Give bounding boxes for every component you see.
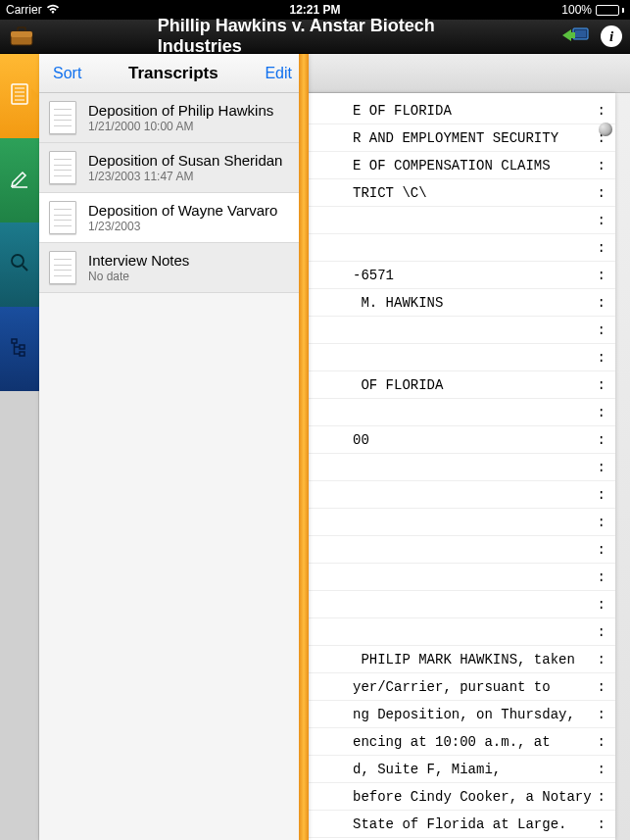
list-item-title: Deposition of Philip Hawkins (88, 102, 273, 119)
svg-rect-15 (20, 352, 24, 356)
search-icon (10, 253, 29, 276)
list-item[interactable]: Deposition of Wayne Varvaro1/23/2003 (39, 193, 306, 243)
wifi-icon (46, 3, 60, 17)
status-time: 12:21 PM (289, 3, 340, 17)
case-title: Phillip Hawkins v. Anstar Biotech Indust… (158, 16, 473, 57)
list-item-subtitle: 1/21/2000 10:00 AM (88, 120, 273, 133)
svg-rect-13 (12, 339, 17, 343)
rail-search[interactable] (0, 222, 39, 307)
svg-rect-14 (20, 345, 24, 349)
list-item[interactable]: Deposition of Susan Sheridan1/23/2003 11… (39, 143, 306, 193)
svg-point-11 (12, 255, 24, 267)
sync-icon[interactable] (561, 25, 589, 47)
transcripts-panel: Sort Transcripts Edit Deposition of Phil… (39, 54, 306, 840)
svg-line-12 (23, 266, 27, 271)
document-icon (49, 201, 76, 234)
document-icon (49, 251, 76, 284)
panel-resize-handle[interactable] (299, 54, 309, 840)
list-item-title: Deposition of Wayne Varvaro (88, 202, 277, 219)
edit-icon (10, 169, 29, 192)
globe-icon[interactable] (599, 123, 612, 136)
briefcase-icon[interactable] (8, 25, 35, 47)
rail-outline[interactable] (0, 307, 39, 391)
rail-notes[interactable] (0, 138, 39, 222)
transcripts-list: Deposition of Philip Hawkins1/21/2000 10… (39, 93, 306, 293)
tree-icon (10, 337, 29, 361)
document-icon (49, 101, 76, 134)
battery-label: 100% (561, 3, 592, 17)
svg-rect-5 (12, 84, 27, 104)
edit-button[interactable]: Edit (265, 65, 292, 82)
list-item-subtitle: No date (88, 270, 189, 283)
list-item-subtitle: 1/23/2003 11:47 AM (88, 170, 282, 183)
carrier-label: Carrier (6, 3, 42, 17)
rail-transcripts[interactable] (0, 54, 39, 138)
svg-rect-2 (11, 31, 32, 37)
side-rail (0, 54, 39, 840)
title-bar: Phillip Hawkins v. Anstar Biotech Indust… (0, 20, 630, 54)
panel-title: Transcripts (128, 64, 218, 83)
list-item-subtitle: 1/23/2003 (88, 220, 277, 233)
info-icon[interactable]: i (601, 25, 622, 47)
list-item[interactable]: Deposition of Philip Hawkins1/21/2000 10… (39, 93, 306, 143)
list-item-title: Deposition of Susan Sheridan (88, 152, 282, 169)
battery-icon (596, 5, 624, 16)
sort-button[interactable]: Sort (53, 65, 81, 82)
list-item-title: Interview Notes (88, 252, 189, 269)
document-icon (49, 151, 76, 184)
svg-rect-4 (575, 30, 586, 37)
document-list-icon (10, 83, 29, 109)
list-item[interactable]: Interview NotesNo date (39, 243, 306, 293)
